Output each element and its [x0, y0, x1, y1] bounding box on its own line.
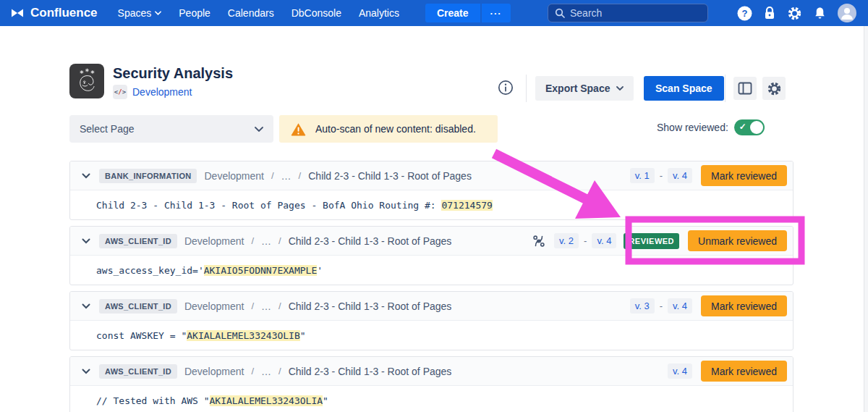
confluence-logo-icon [10, 6, 25, 20]
top-navbar: Confluence Spaces People Calendars DbCon… [0, 0, 868, 26]
space-breadcrumb: </> Development [113, 85, 192, 99]
collapse-chevron-icon[interactable] [80, 172, 92, 180]
chevron-down-icon [255, 127, 263, 132]
finding-card-aws-client-id-3: AWS_CLIENT_ID Development / … / Child 2-… [69, 356, 793, 412]
version-to-link[interactable]: v. 4 [668, 168, 692, 183]
finding-type-badge: AWS_CLIENT_ID [99, 299, 177, 314]
breadcrumb-page[interactable]: Child 2-3 - Child 1-3 - Root of Pages [289, 300, 452, 312]
select-page-dropdown[interactable]: Select Page [69, 115, 273, 143]
app-logo [69, 64, 104, 98]
mark-reviewed-button[interactable]: Mark reviewed [701, 165, 787, 186]
finding-header: AWS_CLIENT_ID Development / … / Child 2-… [70, 357, 793, 386]
space-type-icon: </> [113, 85, 127, 99]
header-divider [526, 75, 527, 102]
version-from-link[interactable]: v. 2 [554, 233, 579, 248]
security-analysis-logo-icon [72, 67, 101, 96]
chevron-down-icon [155, 11, 161, 15]
breadcrumb-ellipsis[interactable]: … [281, 170, 292, 182]
toggle-knob [750, 121, 763, 134]
show-reviewed-control: Show reviewed: ✓ [657, 119, 765, 135]
nav-calendars[interactable]: Calendars [228, 7, 274, 19]
nav-analytics[interactable]: Analytics [359, 7, 399, 19]
mark-reviewed-button[interactable]: Mark reviewed [701, 361, 787, 382]
collapse-chevron-icon[interactable] [80, 302, 92, 311]
finding-code-snippet: const AWSKEY = "AKIALALEMEL33243OLIB" [70, 321, 793, 350]
collapse-chevron-icon[interactable] [80, 367, 92, 376]
stars [80, 69, 94, 74]
export-space-button[interactable]: Export Space [535, 76, 634, 101]
gear-icon[interactable] [787, 6, 802, 21]
nav-spaces[interactable]: Spaces [118, 7, 162, 19]
finding-card-aws-client-id-2: AWS_CLIENT_ID Development / … / Child 2-… [69, 291, 793, 350]
nav-people[interactable]: People [179, 7, 210, 19]
breadcrumb-page[interactable]: Child 2-3 - Child 1-3 - Root of Pages [289, 235, 452, 247]
breadcrumb-page[interactable]: Child 2-3 - Child 1-3 - Root of Pages [289, 366, 452, 377]
help-icon[interactable]: ? [737, 6, 752, 21]
confluence-logo[interactable]: Confluence [10, 6, 98, 20]
version-to-link[interactable]: v. 4 [668, 363, 692, 379]
scan-space-button[interactable]: Scan Space [644, 76, 724, 101]
window-edge [864, 26, 868, 412]
highlighted-secret: 071214579 [441, 200, 492, 211]
create-button[interactable]: Create [425, 4, 480, 22]
avatar[interactable] [838, 4, 856, 22]
reviewed-status-badge: REVIEWED [624, 233, 679, 249]
finding-code-snippet: aws_access_key_id='AKIAIO5FODNN7EXAMPLE' [70, 256, 793, 285]
navbar-icons: ? [737, 4, 856, 22]
breadcrumb-page[interactable]: Child 2-3 - Child 1-3 - Root of Pages [308, 170, 472, 182]
page-title: Security Analysis [113, 65, 233, 82]
show-reviewed-toggle[interactable]: ✓ [734, 119, 765, 135]
finding-type-badge: BANK_INFORMATION [99, 169, 197, 183]
warning-icon [291, 122, 306, 136]
breadcrumb-ellipsis[interactable]: … [261, 235, 271, 247]
create-button-group: Create ··· [425, 4, 511, 22]
search-box[interactable] [548, 4, 708, 22]
panel-layout-icon[interactable] [733, 77, 757, 100]
finding-code-snippet: Child 2-3 - Child 1-3 - Root of Pages - … [70, 190, 793, 219]
autoscan-warning-banner: Auto-scan of new content: disabled. [279, 115, 498, 143]
nav-dbconsole[interactable]: DbConsole [292, 7, 341, 19]
svg-text:?: ? [742, 8, 748, 19]
finding-card-bank-information: BANK_INFORMATION Development / … / Child… [69, 161, 793, 220]
finding-card-aws-client-id-1: AWS_CLIENT_ID Development / … / Child 2-… [69, 226, 793, 285]
finding-header: AWS_CLIENT_ID Development / … / Child 2-… [70, 227, 793, 256]
finding-type-badge: AWS_CLIENT_ID [99, 234, 177, 248]
check-icon: ✓ [739, 122, 746, 132]
chevron-down-icon [616, 86, 624, 91]
info-icon[interactable] [498, 80, 514, 96]
collapse-chevron-icon[interactable] [80, 237, 92, 245]
highlighted-secret: AKIALALEMEL33243OLIA [210, 395, 323, 406]
finding-code-snippet: // Tested with AWS "AKIALALEMEL33243OLIA… [70, 386, 793, 412]
finding-type-badge: AWS_CLIENT_ID [99, 364, 177, 379]
mark-reviewed-button[interactable]: Mark reviewed [701, 295, 787, 316]
breadcrumb-space[interactable]: Development [204, 170, 264, 182]
space-link[interactable]: Development [132, 86, 192, 98]
version-to-link[interactable]: v. 4 [668, 298, 692, 314]
search-icon [555, 8, 565, 18]
brand-name: Confluence [30, 6, 98, 20]
header-divider-2 [725, 75, 726, 102]
breadcrumb-space[interactable]: Development [184, 300, 244, 312]
finding-header: BANK_INFORMATION Development / … / Child… [70, 161, 793, 190]
version-from-link[interactable]: v. 1 [630, 168, 655, 183]
unmark-reviewed-button[interactable]: Unmark reviewed [688, 230, 787, 251]
lock-icon[interactable] [763, 6, 776, 20]
breadcrumb-ellipsis[interactable]: … [261, 366, 271, 377]
create-more-button[interactable]: ··· [482, 4, 511, 22]
highlighted-secret: AKIALALEMEL33243OLIB [187, 330, 300, 341]
show-reviewed-label: Show reviewed: [657, 122, 728, 133]
highlighted-secret: AKIAIO5FODNN7EXAMPLE [204, 265, 318, 276]
compare-versions-icon[interactable] [532, 234, 546, 248]
search-input[interactable] [570, 7, 701, 19]
settings-gear-icon[interactable] [762, 77, 786, 100]
version-to-link[interactable]: v. 4 [592, 233, 616, 248]
breadcrumb-space[interactable]: Development [184, 366, 244, 377]
warning-text: Auto-scan of new content: disabled. [315, 123, 476, 135]
breadcrumb-ellipsis[interactable]: … [261, 300, 271, 312]
version-from-link[interactable]: v. 3 [630, 298, 655, 314]
finding-header: AWS_CLIENT_ID Development / … / Child 2-… [70, 292, 793, 321]
breadcrumb-space[interactable]: Development [184, 235, 244, 247]
bell-icon[interactable] [813, 6, 827, 20]
